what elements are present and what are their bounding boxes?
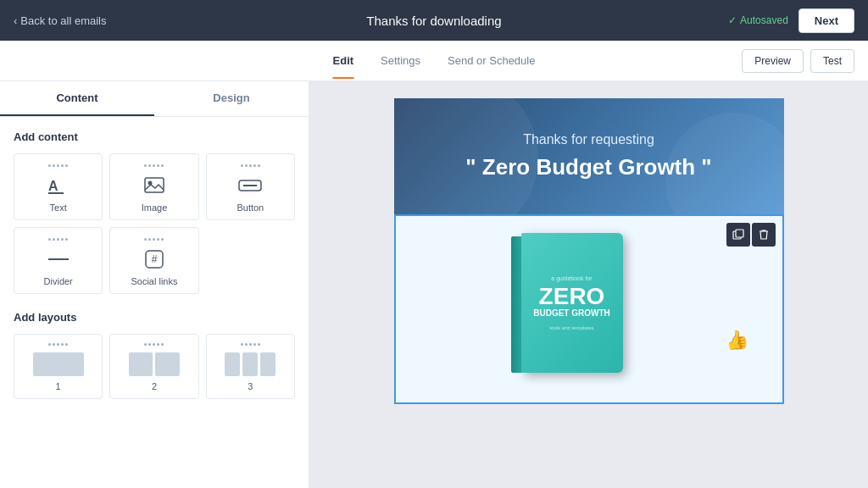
- email-header-text2: " Zero Budget Growth ": [420, 154, 759, 180]
- layout-item-3[interactable]: 3: [206, 334, 295, 399]
- book-illustration: a guidebook for ZERO BUDGET GROWTH tools…: [521, 233, 657, 385]
- content-item-social[interactable]: # Social links: [109, 227, 198, 294]
- main-tabs: Edit Settings Send or Schedule: [333, 42, 536, 79]
- main-layout: Content Design Add content A Text: [0, 81, 868, 488]
- content-item-image[interactable]: Image: [109, 153, 198, 220]
- sidebar-tabs: Content Design: [0, 81, 309, 117]
- test-button[interactable]: Test: [810, 49, 854, 73]
- layout-preview-3: [225, 352, 275, 376]
- autosaved-status: ✓ Autosaved: [728, 14, 788, 26]
- image-icon: [144, 174, 164, 197]
- hand-cursor-icon: 👍: [723, 328, 749, 353]
- nav-right-actions: ✓ Autosaved Next: [728, 8, 854, 33]
- divider-icon: [47, 247, 70, 271]
- delete-button[interactable]: [752, 223, 776, 247]
- page-title: Thanks for downloading: [366, 14, 501, 28]
- chevron-left-icon: ‹: [14, 14, 17, 27]
- image-toolbar: [726, 223, 776, 247]
- dots-decoration: [241, 164, 260, 167]
- text-icon: A: [48, 174, 69, 197]
- layout-item-2[interactable]: 2: [109, 334, 198, 399]
- back-label: Back to all emails: [20, 14, 106, 27]
- duplicate-icon: [732, 229, 744, 241]
- dots-decoration: [48, 164, 68, 167]
- tab-actions: Preview Test: [742, 49, 854, 73]
- svg-rect-10: [736, 230, 743, 237]
- book-small-text: a guidebook for: [551, 275, 592, 281]
- check-icon: ✓: [728, 14, 737, 26]
- tab-send-or-schedule[interactable]: Send or Schedule: [448, 42, 535, 79]
- email-image-section[interactable]: a guidebook for ZERO BUDGET GROWTH tools…: [394, 214, 784, 404]
- back-to-emails-link[interactable]: ‹ Back to all emails: [14, 14, 107, 27]
- preview-button[interactable]: Preview: [742, 49, 804, 73]
- add-content-title: Add content: [14, 130, 295, 143]
- dots-decoration: [144, 343, 164, 346]
- content-items-grid: A Text Image: [14, 153, 295, 294]
- svg-rect-2: [145, 178, 164, 192]
- dots-decoration: [144, 164, 164, 167]
- top-navigation: ‹ Back to all emails Thanks for download…: [0, 0, 868, 41]
- sidebar: Content Design Add content A Text: [0, 81, 309, 488]
- social-label: Social links: [131, 276, 177, 286]
- divider-label: Divider: [44, 276, 73, 286]
- layout-item-1[interactable]: 1: [14, 334, 103, 399]
- dots-decoration: [241, 343, 260, 346]
- book-tools-text: tools and templates: [549, 325, 593, 330]
- layout-label-2: 2: [152, 381, 157, 391]
- book-3d: a guidebook for ZERO BUDGET GROWTH tools…: [521, 233, 632, 377]
- book-budget-growth-text: BUDGET GROWTH: [533, 308, 610, 319]
- layout-items-grid: 1 2: [14, 334, 295, 399]
- dots-decoration: [48, 343, 68, 346]
- layout-label-3: 3: [248, 381, 253, 391]
- next-button[interactable]: Next: [798, 8, 854, 33]
- social-icon: #: [144, 247, 164, 271]
- content-item-text[interactable]: A Text: [14, 153, 103, 220]
- image-label: Image: [142, 202, 168, 213]
- svg-text:#: #: [152, 253, 158, 265]
- text-label: Text: [50, 202, 67, 213]
- email-preview: Thanks for requesting " Zero Budget Grow…: [394, 98, 784, 404]
- tabs-bar: Edit Settings Send or Schedule Preview T…: [0, 41, 868, 81]
- button-icon: [238, 174, 262, 197]
- content-item-button[interactable]: Button: [206, 153, 295, 220]
- email-header-text1: Thanks for requesting: [420, 132, 759, 147]
- sidebar-tab-content[interactable]: Content: [0, 81, 154, 116]
- layout-preview-2: [129, 352, 180, 376]
- button-label: Button: [236, 202, 264, 213]
- dots-decoration: [48, 238, 68, 241]
- book-cover: a guidebook for ZERO BUDGET GROWTH tools…: [521, 233, 623, 373]
- layout-preview-1: [33, 352, 84, 376]
- add-layouts-title: Add layouts: [14, 311, 295, 324]
- tab-settings[interactable]: Settings: [381, 42, 420, 79]
- dots-decoration: [144, 238, 164, 241]
- sidebar-tab-design[interactable]: Design: [154, 81, 309, 116]
- email-header-banner[interactable]: Thanks for requesting " Zero Budget Grow…: [394, 98, 784, 214]
- trash-icon: [759, 229, 769, 241]
- sidebar-content: Add content A Text: [0, 117, 309, 413]
- duplicate-button[interactable]: [726, 223, 750, 247]
- svg-text:A: A: [48, 179, 58, 193]
- layout-label-1: 1: [56, 381, 61, 391]
- book-zero-text: ZERO: [539, 285, 605, 308]
- content-item-divider[interactable]: Divider: [14, 227, 103, 294]
- tab-edit[interactable]: Edit: [333, 42, 354, 79]
- canvas-area[interactable]: Thanks for requesting " Zero Budget Grow…: [309, 81, 868, 488]
- book-image-area: a guidebook for ZERO BUDGET GROWTH tools…: [396, 216, 782, 402]
